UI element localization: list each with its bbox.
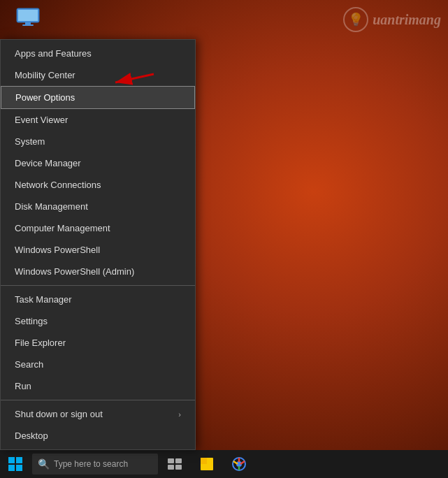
svg-line-16 bbox=[233, 461, 238, 464]
menu-item-label-shut-down-sign-out: Shut down or sign out bbox=[15, 409, 103, 419]
menu-item-file-explorer[interactable]: File Explorer bbox=[1, 332, 195, 354]
menu-item-computer-management[interactable]: Computer Management bbox=[1, 217, 195, 239]
svg-rect-8 bbox=[168, 465, 174, 470]
menu-section-section1: Apps and FeaturesMobility CenterPower Op… bbox=[1, 40, 195, 285]
menu-item-label-desktop: Desktop bbox=[15, 430, 48, 441]
menu-item-label-network-connections: Network Connections bbox=[15, 180, 101, 190]
menu-item-label-windows-powershell: Windows PowerShell bbox=[15, 245, 100, 255]
menu-item-disk-management[interactable]: Disk Management bbox=[1, 196, 195, 217]
menu-item-label-power-options: Power Options bbox=[15, 92, 75, 103]
red-arrow-indicator bbox=[101, 68, 157, 96]
menu-item-event-viewer[interactable]: Event Viewer bbox=[1, 109, 195, 131]
watermark-text: uantrimang bbox=[373, 12, 441, 28]
menu-item-windows-powershell[interactable]: Windows PowerShell bbox=[1, 239, 195, 261]
svg-rect-1 bbox=[18, 10, 38, 21]
start-button[interactable] bbox=[0, 450, 31, 478]
chrome-icon bbox=[231, 456, 247, 472]
svg-line-17 bbox=[240, 461, 245, 464]
menu-item-label-mobility-center: Mobility Center bbox=[15, 70, 75, 80]
menu-item-label-computer-management: Computer Management bbox=[15, 223, 110, 233]
menu-item-run[interactable]: Run bbox=[1, 375, 195, 397]
watermark: 💡 uantrimang bbox=[343, 7, 441, 32]
menu-item-desktop[interactable]: Desktop bbox=[1, 425, 195, 447]
menu-item-search[interactable]: Search bbox=[1, 354, 195, 375]
menu-item-arrow-shut-down-sign-out: › bbox=[178, 410, 181, 419]
svg-rect-7 bbox=[175, 458, 182, 463]
taskbar: 🔍 Type here to search bbox=[0, 450, 448, 478]
svg-rect-11 bbox=[201, 458, 207, 464]
menu-item-label-apps-features: Apps and Features bbox=[15, 48, 92, 59]
menu-item-windows-powershell-admin[interactable]: Windows PowerShell (Admin) bbox=[1, 261, 195, 282]
computer-icon bbox=[15, 7, 41, 27]
task-view-button[interactable] bbox=[159, 450, 190, 478]
chrome-button[interactable] bbox=[224, 450, 254, 478]
menu-item-settings[interactable]: Settings bbox=[1, 310, 195, 332]
menu-item-label-settings: Settings bbox=[15, 316, 48, 326]
windows-icon bbox=[8, 457, 22, 471]
desktop-icon-computer[interactable] bbox=[7, 7, 49, 27]
menu-item-label-search: Search bbox=[15, 359, 43, 370]
menu-section-section3: Shut down or sign out›Desktop bbox=[1, 400, 195, 449]
taskbar-search-icon: 🔍 bbox=[38, 458, 50, 470]
menu-item-apps-features[interactable]: Apps and Features bbox=[1, 43, 195, 64]
svg-rect-2 bbox=[25, 22, 31, 24]
menu-item-label-system: System bbox=[15, 136, 45, 147]
menu-item-label-run: Run bbox=[15, 381, 31, 391]
menu-item-label-disk-management: Disk Management bbox=[15, 201, 88, 212]
menu-item-task-manager[interactable]: Task Manager bbox=[1, 289, 195, 310]
task-view-icon bbox=[168, 458, 182, 470]
taskbar-search-label: Type here to search bbox=[54, 459, 128, 469]
menu-item-label-device-manager: Device Manager bbox=[15, 158, 81, 168]
menu-item-power-options[interactable]: Power Options bbox=[1, 86, 195, 109]
menu-item-label-file-explorer: File Explorer bbox=[15, 338, 66, 348]
menu-item-device-manager[interactable]: Device Manager bbox=[1, 152, 195, 174]
svg-line-5 bbox=[115, 74, 154, 82]
menu-item-label-event-viewer: Event Viewer bbox=[15, 115, 68, 125]
sticky-notes-button[interactable] bbox=[192, 450, 222, 478]
menu-item-system[interactable]: System bbox=[1, 131, 195, 152]
context-menu: Apps and FeaturesMobility CenterPower Op… bbox=[0, 39, 196, 450]
sticky-notes-icon bbox=[199, 456, 215, 472]
taskbar-search[interactable]: 🔍 Type here to search bbox=[32, 454, 158, 475]
menu-section-section2: Task ManagerSettingsFile ExplorerSearchR… bbox=[1, 285, 195, 400]
svg-rect-3 bbox=[22, 24, 34, 26]
menu-item-mobility-center[interactable]: Mobility Center bbox=[1, 64, 195, 86]
menu-item-shut-down-sign-out[interactable]: Shut down or sign out› bbox=[1, 403, 195, 425]
menu-item-label-windows-powershell-admin: Windows PowerShell (Admin) bbox=[15, 266, 134, 277]
menu-item-label-task-manager: Task Manager bbox=[15, 294, 72, 305]
watermark-icon: 💡 bbox=[343, 7, 368, 32]
desktop: 💡 uantrimang Apps and FeaturesMobility C… bbox=[0, 0, 448, 478]
menu-item-network-connections[interactable]: Network Connections bbox=[1, 174, 195, 196]
svg-rect-9 bbox=[175, 465, 182, 470]
svg-rect-6 bbox=[168, 458, 174, 463]
